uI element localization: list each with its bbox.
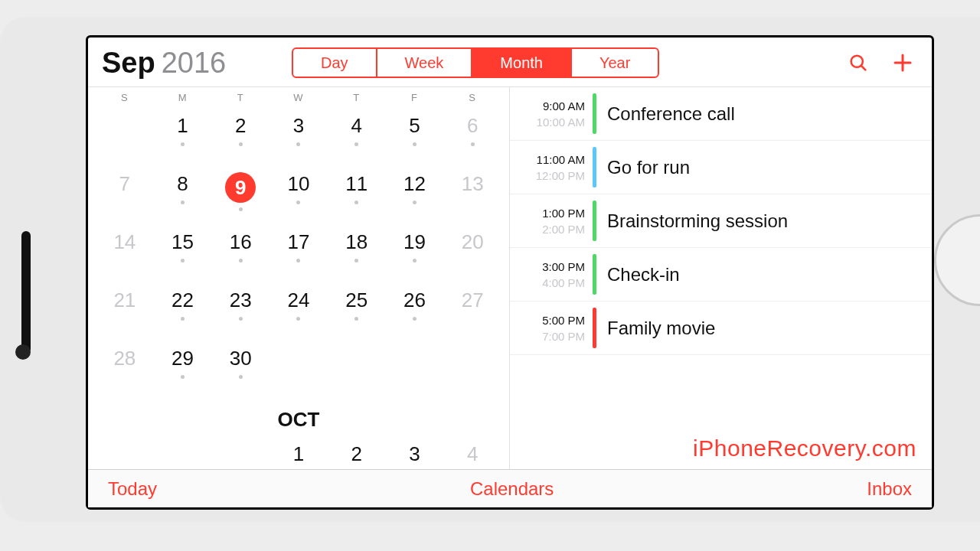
- date-cell[interactable]: 23: [211, 281, 270, 339]
- event-title: Check-in: [596, 248, 932, 301]
- front-camera: [15, 344, 31, 360]
- event-title: Brainstorming session: [596, 194, 932, 247]
- event-end-time: 2:00 PM: [542, 223, 585, 236]
- date-cell[interactable]: 16: [211, 223, 270, 281]
- event-start-time: 3:00 PM: [542, 260, 585, 273]
- year-label: 2016: [162, 47, 227, 80]
- date-cell[interactable]: 22: [154, 281, 212, 339]
- date-cell[interactable]: 30: [211, 339, 270, 397]
- date-cell: [96, 435, 154, 469]
- date-number: 16: [230, 230, 252, 254]
- date-number: 4: [351, 114, 361, 138]
- date-number: 11: [345, 172, 368, 196]
- inbox-button[interactable]: Inbox: [867, 478, 912, 500]
- event-row[interactable]: 3:00 PM4:00 PMCheck-in: [510, 248, 932, 302]
- event-row[interactable]: 1:00 PM2:00 PMBrainstorming session: [510, 194, 932, 248]
- event-start-time: 9:00 AM: [543, 99, 585, 112]
- date-cell[interactable]: 3: [270, 106, 328, 165]
- date-cell: [154, 435, 212, 469]
- bottom-toolbar: Today Calendars Inbox: [88, 469, 932, 507]
- event-dot-icon: [296, 259, 300, 262]
- calendar-title: Sep 2016: [102, 47, 286, 80]
- add-icon[interactable]: [887, 47, 918, 78]
- date-cell[interactable]: 11: [328, 165, 386, 223]
- date-cell[interactable]: 1: [154, 106, 212, 165]
- watermark: iPhoneRecovery.com: [693, 435, 916, 461]
- event-end-time: 4:00 PM: [542, 276, 585, 289]
- date-cell[interactable]: 4: [443, 435, 501, 469]
- event-title: Conference call: [596, 87, 932, 140]
- weekday-label: M: [154, 92, 212, 103]
- date-number: 20: [462, 230, 484, 254]
- date-cell[interactable]: 27: [443, 281, 501, 339]
- date-cell[interactable]: 12: [386, 165, 444, 223]
- event-dot-icon: [239, 259, 243, 262]
- segment-week[interactable]: Week: [377, 49, 473, 77]
- date-cell[interactable]: 19: [386, 223, 444, 281]
- date-cell[interactable]: 14: [96, 223, 154, 281]
- weekday-label: S: [96, 92, 154, 103]
- date-number: 21: [113, 289, 136, 312]
- date-cell[interactable]: 1: [270, 435, 328, 469]
- weekday-label: T: [328, 92, 386, 103]
- event-dot-icon: [239, 317, 243, 321]
- segment-year[interactable]: Year: [572, 49, 658, 77]
- date-cell[interactable]: 15: [154, 223, 212, 281]
- date-cell[interactable]: 4: [328, 106, 386, 165]
- date-number: 19: [403, 230, 426, 254]
- today-button[interactable]: Today: [108, 478, 157, 500]
- date-cell[interactable]: 6: [443, 106, 501, 165]
- event-dot-icon: [181, 317, 185, 321]
- date-cell[interactable]: 26: [386, 281, 444, 339]
- event-time: 9:00 AM10:00 AM: [510, 87, 593, 140]
- date-cell[interactable]: 10: [270, 165, 328, 223]
- month-label: Sep: [102, 47, 155, 80]
- calendars-button[interactable]: Calendars: [470, 478, 554, 500]
- date-cell[interactable]: 13: [443, 165, 501, 223]
- date-cell: [211, 435, 270, 469]
- event-row[interactable]: 9:00 AM10:00 AMConference call: [510, 87, 932, 141]
- date-cell[interactable]: 18: [328, 223, 386, 281]
- date-number: 27: [462, 289, 484, 312]
- search-icon[interactable]: [843, 47, 874, 78]
- segment-day[interactable]: Day: [293, 49, 377, 77]
- date-number: 30: [230, 347, 252, 370]
- date-cell[interactable]: 29: [154, 339, 212, 397]
- date-cell: [96, 106, 154, 165]
- date-cell[interactable]: 28: [96, 339, 154, 397]
- date-cell[interactable]: 17: [270, 223, 328, 281]
- event-start-time: 11:00 AM: [537, 153, 585, 166]
- segment-month[interactable]: Month: [472, 49, 572, 77]
- date-number: 23: [230, 289, 252, 312]
- event-row[interactable]: 11:00 AM12:00 PMGo for run: [510, 141, 932, 194]
- date-number: 15: [172, 230, 194, 254]
- date-cell[interactable]: 25: [328, 281, 386, 339]
- event-dot-icon: [239, 207, 243, 211]
- event-list[interactable]: 9:00 AM10:00 AMConference call11:00 AM12…: [509, 87, 932, 469]
- date-cell[interactable]: 20: [443, 223, 501, 281]
- date-cell[interactable]: 3: [386, 435, 444, 469]
- date-cell: [328, 339, 386, 397]
- date-cell[interactable]: 5: [386, 106, 444, 165]
- event-title: Family movie: [596, 302, 932, 354]
- date-number: 1: [177, 114, 188, 138]
- date-number: 22: [172, 289, 194, 312]
- event-row[interactable]: 5:00 PM7:00 PMFamily movie: [510, 302, 932, 355]
- event-dot-icon: [413, 317, 416, 321]
- date-cell[interactable]: 9: [211, 165, 270, 223]
- date-cell[interactable]: 2: [211, 106, 270, 165]
- stage: Sep 2016 DayWeekMonthYear SMTWTFS 123456…: [0, 0, 980, 551]
- date-cell[interactable]: 7: [96, 165, 154, 223]
- date-cell[interactable]: 8: [154, 165, 212, 223]
- event-dot-icon: [296, 142, 300, 146]
- date-cell: [386, 339, 444, 397]
- date-number: 17: [288, 230, 310, 254]
- date-number: 10: [288, 172, 310, 196]
- event-dot-icon: [239, 375, 243, 379]
- screen: Sep 2016 DayWeekMonthYear SMTWTFS 123456…: [86, 35, 934, 510]
- event-end-time: 10:00 AM: [537, 116, 585, 129]
- date-cell[interactable]: 24: [270, 281, 328, 339]
- date-cell[interactable]: 2: [328, 435, 386, 469]
- view-segmented-control[interactable]: DayWeekMonthYear: [292, 47, 659, 78]
- date-cell[interactable]: 21: [96, 281, 154, 339]
